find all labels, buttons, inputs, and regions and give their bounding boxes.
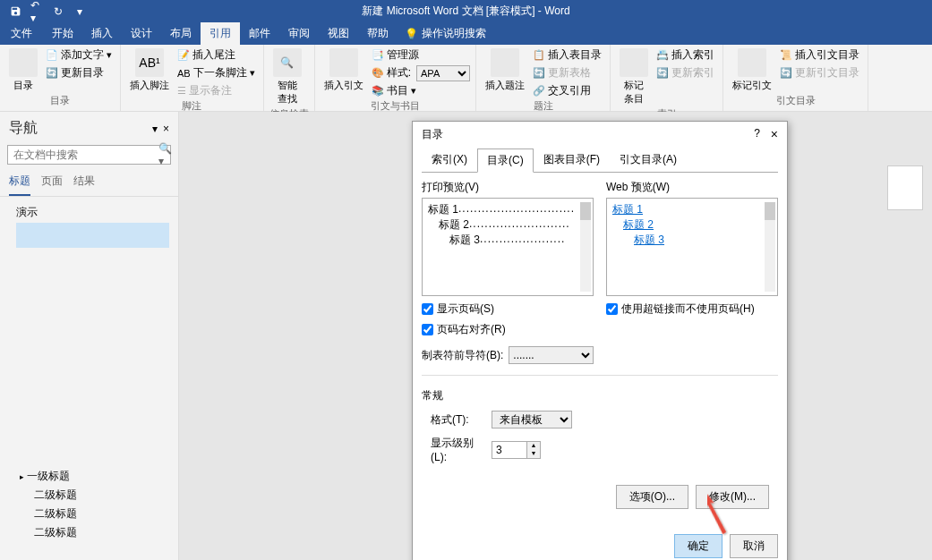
nav-tab-results[interactable]: 结果 — [73, 174, 95, 196]
tab-references[interactable]: 引用 — [201, 22, 240, 45]
update-index-button[interactable]: 🔄 更新索引 — [654, 64, 717, 81]
scrollbar[interactable] — [580, 202, 591, 292]
scrollbar[interactable] — [765, 202, 775, 292]
cross-reference-button[interactable]: 🔗 交叉引用 — [530, 82, 604, 99]
insert-footnote-button[interactable]: AB¹ 插入脚注 — [126, 47, 173, 94]
update-table-button[interactable]: 🔄 更新表格 — [530, 64, 604, 81]
show-levels-label: 显示级别(L): — [422, 436, 484, 463]
tab-help[interactable]: 帮助 — [358, 22, 398, 45]
citation-icon — [329, 48, 358, 77]
dialog-close-icon[interactable]: × — [771, 127, 778, 142]
bibliography-button[interactable]: 📚 书目 ▾ — [369, 82, 470, 99]
mark-citation-icon — [738, 48, 766, 77]
insert-table-figures-button[interactable]: 📋 插入表目录 — [530, 47, 604, 64]
show-pages-checkbox[interactable] — [422, 303, 433, 315]
tab-mailings[interactable]: 邮件 — [240, 22, 279, 45]
print-preview-box: 标题 1..............................1 标题 2… — [422, 198, 594, 296]
insert-citation-button[interactable]: 插入引文 — [321, 47, 367, 94]
insert-caption-button[interactable]: 插入题注 — [482, 47, 528, 94]
undo-icon[interactable]: ↶ ▾ — [30, 5, 43, 18]
toc-dialog: 目录 ? × 索引(X) 目录(C) 图表目录(F) 引文目录(A) 打印预览(… — [412, 121, 788, 560]
tab-file[interactable]: 文件 — [0, 22, 43, 45]
lightbulb-icon: 💡 — [405, 28, 418, 40]
search-dropdown-icon[interactable]: 🔍▾ — [153, 142, 177, 167]
tab-layout[interactable]: 布局 — [161, 22, 201, 45]
print-preview-label: 打印预览(V) — [422, 180, 594, 195]
mark-citation-button[interactable]: 标记引文 — [729, 47, 775, 94]
group-toc: 目录 — [5, 94, 115, 109]
general-section-label: 常规 — [422, 388, 778, 403]
spinner-down-icon[interactable]: ▼ — [527, 450, 540, 458]
tab-leader-label: 制表符前导符(B): — [422, 348, 503, 363]
next-footnote-button[interactable]: AB 下一条脚注 ▾ — [175, 64, 258, 81]
toc-button[interactable]: 目录 — [5, 47, 41, 94]
qat-dropdown-icon[interactable]: ▾ — [73, 5, 86, 18]
right-align-checkbox[interactable] — [422, 324, 433, 335]
levels-input[interactable] — [492, 441, 527, 459]
add-text-button[interactable]: 📄 添加文字 ▾ — [43, 47, 115, 64]
nav-tab-headings[interactable]: 标题 — [9, 174, 30, 196]
nav-dropdown-icon[interactable]: ▾ — [152, 123, 158, 135]
nav-selected-region — [16, 223, 169, 248]
tell-me-search[interactable]: 💡 操作说明搜索 — [398, 22, 493, 45]
insert-index-button[interactable]: 📇 插入索引 — [654, 47, 717, 64]
dlg-tab-figures[interactable]: 图表目录(F) — [534, 148, 610, 172]
tab-insert[interactable]: 插入 — [82, 22, 122, 45]
ok-button[interactable]: 确定 — [674, 534, 723, 558]
web-preview-box: 标题 1 标题 2 标题 3 — [606, 198, 778, 296]
outline-level2-c[interactable]: 二级标题 — [9, 523, 77, 542]
show-notes-button[interactable]: ☰ 显示备注 — [175, 82, 258, 99]
format-select[interactable]: 来自模板 — [492, 411, 572, 428]
document-page — [887, 165, 923, 210]
spinner-up-icon[interactable]: ▲ — [527, 442, 540, 450]
nav-title: 导航 — [9, 119, 38, 138]
mark-entry-icon — [620, 48, 648, 77]
nav-search-input[interactable] — [8, 148, 153, 161]
manage-sources-button[interactable]: 📑 管理源 — [369, 47, 470, 64]
modify-button[interactable]: 修改(M)... — [696, 485, 769, 509]
toc-icon — [9, 48, 38, 77]
dlg-tab-index[interactable]: 索引(X) — [422, 148, 477, 172]
group-authorities: 引文目录 — [729, 94, 862, 109]
dialog-help-icon[interactable]: ? — [754, 127, 760, 142]
update-authorities-button[interactable]: 🔄 更新引文目录 — [777, 64, 862, 81]
outline-level1[interactable]: 一级标题 — [9, 467, 77, 486]
dialog-title: 目录 — [422, 127, 443, 142]
cancel-button[interactable]: 取消 — [730, 534, 778, 558]
search-icon: 🔍 — [273, 48, 302, 77]
nav-tab-pages[interactable]: 页面 — [41, 174, 63, 196]
use-hyperlinks-checkbox[interactable] — [606, 303, 618, 315]
tab-leader-select[interactable]: ....... — [509, 346, 594, 364]
outline-level2-b[interactable]: 二级标题 — [9, 505, 77, 523]
nav-heading-item[interactable]: 演示 — [0, 202, 178, 223]
style-label: 🎨 样式: — [369, 64, 414, 81]
insert-endnote-button[interactable]: 📝 插入尾注 — [175, 47, 258, 64]
nav-search-box[interactable]: 🔍▾ — [7, 145, 171, 165]
web-preview-label: Web 预览(W) — [606, 180, 778, 195]
tab-view[interactable]: 视图 — [319, 22, 358, 45]
redo-icon[interactable]: ↻ — [52, 5, 64, 18]
update-toc-button[interactable]: 🔄 更新目录 — [43, 64, 115, 81]
insert-authorities-button[interactable]: 📜 插入引文目录 — [777, 47, 862, 64]
dlg-tab-authorities[interactable]: 引文目录(A) — [610, 148, 687, 172]
format-label: 格式(T): — [422, 412, 484, 428]
dlg-tab-toc[interactable]: 目录(C) — [477, 148, 534, 173]
options-button[interactable]: 选项(O)... — [616, 485, 688, 509]
citation-style-select[interactable]: APA — [416, 65, 470, 81]
tab-review[interactable]: 审阅 — [279, 22, 319, 45]
mark-entry-button[interactable]: 标记 条目 — [616, 47, 652, 107]
save-icon[interactable] — [9, 5, 21, 18]
tab-home[interactable]: 开始 — [43, 22, 82, 45]
tab-design[interactable]: 设计 — [122, 22, 161, 45]
caption-icon — [491, 48, 519, 77]
window-title: 新建 Microsoft Word 文档 [兼容模式] - Word — [362, 4, 569, 19]
footnote-icon: AB¹ — [135, 48, 164, 77]
smart-lookup-button[interactable]: 🔍 智能 查找 — [269, 47, 305, 107]
outline-level2-a[interactable]: 二级标题 — [9, 486, 77, 505]
nav-close-icon[interactable]: × — [163, 123, 169, 135]
